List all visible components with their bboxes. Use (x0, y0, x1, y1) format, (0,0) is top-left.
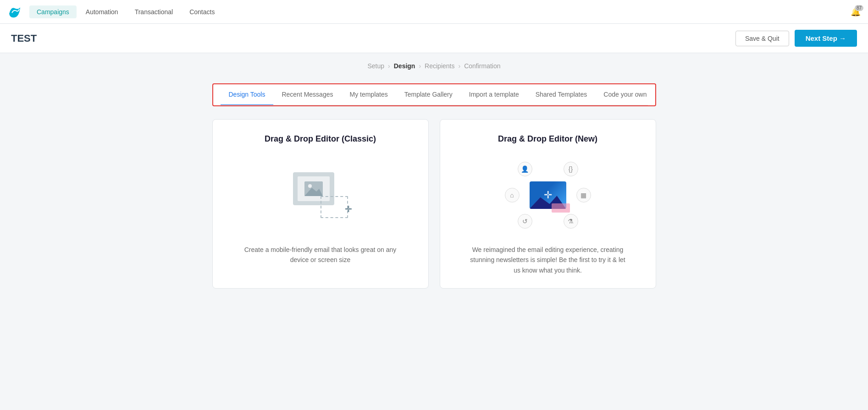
tab-template-gallery[interactable]: Template Gallery (396, 84, 461, 105)
orb-node-top-right: {} (564, 162, 578, 176)
next-step-button[interactable]: Next Step → (795, 30, 857, 47)
bc-setup[interactable]: Setup (367, 62, 384, 70)
bc-sep-1: › (388, 62, 390, 70)
tabs-container: Design Tools Recent Messages My template… (212, 83, 656, 106)
main-content: Design Tools Recent Messages My template… (205, 74, 663, 307)
orbital-pink-accent (552, 203, 570, 213)
tab-shared-templates[interactable]: Shared Templates (527, 84, 596, 105)
classic-illustration: ✛ (275, 159, 366, 232)
notification-bell[interactable]: 🔔 87 (851, 7, 861, 17)
tab-design-tools[interactable]: Design Tools (221, 84, 274, 105)
orb-node-top-left: 👤 (518, 162, 532, 176)
classic-dashed-box (321, 196, 348, 218)
new-illustration: 👤 {} ⌂ ▦ ↺ ⚗ ✛ (502, 159, 594, 232)
orbital-center-block: ✛ (530, 181, 566, 209)
nav-right: 🔔 87 (851, 7, 861, 17)
bc-sep-3: › (458, 62, 460, 70)
new-card-description: We reimagined the email editing experien… (470, 245, 626, 275)
classic-image-icon (304, 181, 323, 196)
breadcrumb: Setup › Design › Recipients › Confirmati… (0, 53, 868, 74)
bc-sep-2: › (419, 62, 421, 70)
tab-code-your-own[interactable]: Code your own (595, 84, 647, 105)
tab-import-template[interactable]: Import a template (461, 84, 527, 105)
orb-node-bot-left: ↺ (518, 214, 532, 229)
save-quit-button[interactable]: Save & Quit (735, 31, 789, 46)
classic-card-title: Drag & Drop Editor (Classic) (265, 134, 376, 144)
bc-recipients[interactable]: Recipients (425, 62, 454, 70)
tab-my-templates[interactable]: My templates (341, 84, 396, 105)
orbital-cursor-icon: ✛ (544, 189, 552, 201)
bc-confirmation[interactable]: Confirmation (464, 62, 500, 70)
orb-node-bot-right: ⚗ (564, 214, 578, 229)
page-title: TEST (11, 33, 735, 44)
tab-recent-messages[interactable]: Recent Messages (273, 84, 341, 105)
classic-img-wrapper: ✛ (293, 172, 348, 218)
notification-count: 87 (855, 5, 863, 11)
nav-campaigns[interactable]: Campaigns (29, 5, 77, 18)
top-navigation: Campaigns Automation Transactional Conta… (0, 0, 868, 24)
app-logo (7, 5, 22, 19)
orb-node-mid-left: ⌂ (505, 188, 520, 202)
classic-plus-icon: ✛ (345, 204, 352, 214)
tabs-list: Design Tools Recent Messages My template… (221, 84, 648, 105)
nav-automation[interactable]: Automation (78, 5, 126, 18)
nav-links: Campaigns Automation Transactional Conta… (29, 5, 851, 18)
new-editor-card[interactable]: Drag & Drop Editor (New) 👤 {} ⌂ ▦ ↺ ⚗ ✛ (440, 119, 656, 289)
cards-grid: Drag & Drop Editor (Classic) (212, 119, 656, 289)
header-actions: Save & Quit Next Step → (735, 30, 857, 47)
nav-contacts[interactable]: Contacts (182, 5, 222, 18)
header-bar: TEST Save & Quit Next Step → (0, 24, 868, 53)
orb-node-mid-right: ▦ (576, 188, 591, 202)
svg-point-1 (308, 184, 312, 188)
bc-design[interactable]: Design (394, 62, 415, 70)
classic-editor-card[interactable]: Drag & Drop Editor (Classic) (212, 119, 429, 289)
new-card-title: Drag & Drop Editor (New) (498, 134, 597, 144)
classic-card-description: Create a mobile-friendly email that look… (243, 245, 398, 265)
nav-transactional[interactable]: Transactional (127, 5, 181, 18)
orbital-container: 👤 {} ⌂ ▦ ↺ ⚗ ✛ (502, 161, 594, 230)
